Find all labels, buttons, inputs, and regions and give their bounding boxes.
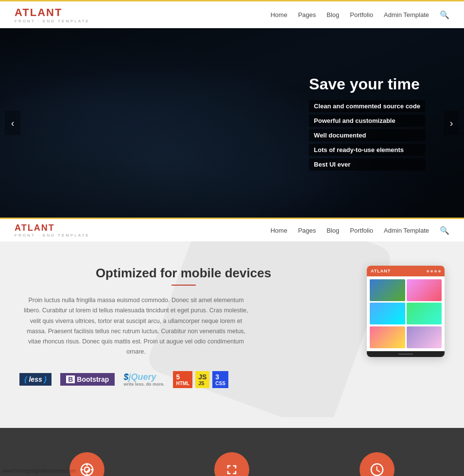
hero-prev-button[interactable]: ‹ — [5, 111, 20, 135]
phone-img-4 — [407, 303, 442, 324]
timesaver-icon-circle — [360, 452, 395, 476]
features-left: Optimized for mobile devices Proin luctu… — [19, 266, 347, 388]
hero-bullets: Clean and commented source code Powerful… — [309, 100, 425, 170]
jquery-logo: $jQuery write less. do more. — [123, 372, 164, 387]
hero-bullet-4: Lots of ready-to-use elements — [309, 144, 425, 156]
feature-card-timesaver: Time Saver With this template you will s… — [309, 452, 445, 476]
phone-body — [367, 276, 445, 351]
sticky-nav-pages[interactable]: Pages — [298, 227, 316, 234]
less-logo: {less} — [19, 373, 52, 386]
features-heading: Optimized for mobile devices — [19, 266, 347, 281]
features-divider — [172, 285, 196, 286]
nav-admin-template[interactable]: Admin Template — [384, 11, 429, 18]
js-badge: JS JS — [195, 371, 209, 388]
arrows-icon — [224, 462, 240, 476]
hero-next-button[interactable]: › — [444, 111, 459, 135]
html5-logos: 5 HTML JS JS 3 CSS — [173, 371, 228, 388]
hero-title: Save your time — [309, 75, 425, 93]
phone-header: ATLANT — [367, 266, 445, 276]
sticky-nav-home[interactable]: Home — [271, 227, 288, 234]
bootstrap-logo: B Bootstrap — [60, 373, 115, 386]
lifesaver-icon — [79, 462, 95, 476]
phone-img-5 — [370, 326, 405, 348]
sticky-nav-admin[interactable]: Admin Template — [384, 227, 429, 234]
features-section: Optimized for mobile devices Proin luctu… — [0, 241, 464, 417]
main-nav: Home Pages Blog Portfolio Admin Template… — [271, 10, 449, 19]
hero-section: ‹ Save your time Clean and commented sou… — [0, 28, 464, 218]
phone-footer-bar — [398, 354, 413, 355]
phone-image-grid — [370, 279, 442, 324]
logo: ATLANT FRONT · END TEMPLATE — [15, 6, 90, 23]
sticky-logo: ATLANT FRONT · END TEMPLATE — [15, 223, 90, 238]
sticky-header: ATLANT FRONT · END TEMPLATE Home Pages B… — [0, 218, 464, 241]
phone-img-1 — [370, 279, 405, 301]
sticky-nav-blog[interactable]: Blog — [327, 227, 339, 234]
triangle-divider — [0, 417, 464, 428]
logo-title: ATLANT — [15, 6, 90, 19]
nav-home[interactable]: Home — [271, 11, 288, 18]
phone-logo: ATLANT — [371, 269, 391, 273]
sticky-nav: Home Pages Blog Portfolio Admin Template… — [271, 226, 449, 235]
phone-mockup-container: ATLANT — [367, 266, 445, 357]
hero-bullet-5: Best UI ever — [309, 158, 425, 170]
nav-pages[interactable]: Pages — [298, 11, 316, 18]
sticky-logo-title: ATLANT — [15, 223, 90, 233]
tech-logos: {less} B Bootstrap $jQuery write less. d… — [19, 371, 347, 388]
nav-blog[interactable]: Blog — [327, 11, 339, 18]
clock-icon — [369, 462, 385, 476]
nav-portfolio[interactable]: Portfolio — [350, 11, 373, 18]
phone-img-3 — [370, 303, 405, 324]
phone-img-6 — [407, 326, 442, 348]
phone-nav — [427, 270, 441, 272]
hero-bullet-1: Clean and commented source code — [309, 100, 425, 112]
phone-mockup: ATLANT — [367, 266, 445, 357]
css3-badge: 3 CSS — [212, 371, 228, 388]
hero-bullet-3: Well documented — [309, 129, 425, 141]
hero-content: Save your time Clean and commented sourc… — [309, 75, 425, 170]
phone-footer — [367, 351, 445, 357]
feature-card-responsive: Responsive & Retina Ready Template build… — [164, 452, 299, 476]
logo-subtitle: FRONT · END TEMPLATE — [15, 19, 90, 23]
sticky-logo-subtitle: FRONT · END TEMPLATE — [15, 233, 90, 238]
sticky-search-icon-button[interactable]: 🔍 — [440, 226, 449, 235]
top-header: ATLANT FRONT · END TEMPLATE Home Pages B… — [0, 0, 464, 28]
feature-cards-container: Free Updates & Support We provide suppor… — [19, 452, 445, 476]
hero-bullet-2: Powerful and customizable — [309, 115, 425, 127]
responsive-icon-circle — [214, 452, 249, 476]
sticky-nav-portfolio[interactable]: Portfolio — [350, 227, 373, 234]
search-icon-button[interactable]: 🔍 — [440, 10, 449, 19]
watermark: www.heritagedigitaltemplates.com — [2, 468, 76, 474]
triangle-down-shape — [222, 417, 243, 428]
phone-image-grid-2 — [370, 326, 442, 348]
features-description: Proin luctus nulla fringilla massa euism… — [19, 295, 253, 357]
html5-badge: 5 HTML — [173, 371, 192, 388]
phone-img-2 — [407, 279, 442, 301]
